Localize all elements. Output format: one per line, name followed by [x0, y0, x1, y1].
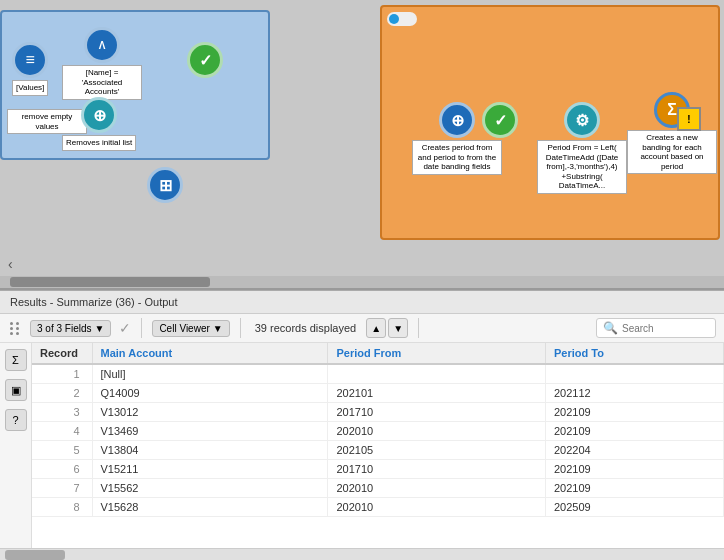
table-row[interactable]: 3 V13012 201710 202109: [32, 403, 724, 422]
results-title: Results - Summarize (36) - Output: [0, 290, 724, 314]
node-grid-bottom[interactable]: ⊞: [147, 167, 183, 203]
cell-period-from: 202010: [328, 498, 546, 517]
table-row[interactable]: 5 V13804 202105 202204: [32, 441, 724, 460]
node-sigma[interactable]: Σ Creates a new banding for each account…: [627, 92, 717, 174]
left-sidebar: Σ ▣ ?: [0, 343, 32, 548]
cell-period-from: 202105: [328, 441, 546, 460]
cell-period-to: 202109: [546, 422, 724, 441]
cell-period-from: [328, 364, 546, 384]
col-header-main-account[interactable]: Main Account: [92, 343, 328, 364]
col-header-period-to[interactable]: Period To: [546, 343, 724, 364]
table-header-row: Record Main Account Period From Period T…: [32, 343, 724, 364]
table-row[interactable]: 6 V15211 201710 202109: [32, 460, 724, 479]
table-row[interactable]: 4 V13469 202010 202109: [32, 422, 724, 441]
table-row[interactable]: 8 V15628 202010 202509: [32, 498, 724, 517]
cell-main-account: V13804: [92, 441, 328, 460]
cell-main-account: V15211: [92, 460, 328, 479]
cell-record: 3: [32, 403, 92, 422]
toolbar-divider-1: [141, 318, 142, 338]
cell-main-account: [Null]: [92, 364, 328, 384]
canvas-scrollbar[interactable]: [0, 276, 724, 288]
warning-node[interactable]: !: [677, 107, 701, 131]
node-gear[interactable]: ⚙ Period From = Left( DateTimeAdd ([Date…: [537, 102, 627, 194]
results-table-wrap: Record Main Account Period From Period T…: [32, 343, 724, 548]
cell-period-from: 201710: [328, 460, 546, 479]
bottom-scrollbar[interactable]: [0, 548, 724, 560]
bottom-scrollbar-thumb[interactable]: [5, 550, 65, 560]
cell-period-from: 202101: [328, 384, 546, 403]
cell-record: 6: [32, 460, 92, 479]
cell-sidebar-icon[interactable]: ▣: [5, 379, 27, 401]
col-header-period-from[interactable]: Period From: [328, 343, 546, 364]
cell-record: 5: [32, 441, 92, 460]
cell-record: 1: [32, 364, 92, 384]
toolbar-divider-2: [240, 318, 241, 338]
cell-period-to: 202109: [546, 460, 724, 479]
search-input[interactable]: [622, 323, 709, 334]
sort-down-button[interactable]: ▼: [388, 318, 408, 338]
cell-period-from: 202010: [328, 422, 546, 441]
cell-period-to: 202109: [546, 479, 724, 498]
results-toolbar: 3 of 3 Fields ▼ ✓ Cell Viewer ▼ 39 recor…: [0, 314, 724, 343]
toolbar-divider-3: [418, 318, 419, 338]
cell-main-account: Q14009: [92, 384, 328, 403]
help-sidebar-icon[interactable]: ?: [5, 409, 27, 431]
cell-record: 4: [32, 422, 92, 441]
node-values[interactable]: ≡ [Values]: [12, 42, 48, 96]
cell-period-to: 202112: [546, 384, 724, 403]
table-row[interactable]: 2 Q14009 202101 202112: [32, 384, 724, 403]
search-icon: 🔍: [603, 321, 618, 335]
cell-main-account: V13012: [92, 403, 328, 422]
search-box: 🔍: [596, 318, 716, 338]
sort-up-button[interactable]: ▲: [366, 318, 386, 338]
records-count: 39 records displayed: [255, 322, 357, 334]
orange-workflow-region: ⊕ Creates period from and period to from…: [380, 5, 720, 240]
table-row[interactable]: 7 V15562 202010 202109: [32, 479, 724, 498]
node-check2[interactable]: ✓: [482, 102, 518, 138]
fields-dropdown-icon: ▼: [94, 323, 104, 334]
results-panel: Results - Summarize (36) - Output 3 of 3…: [0, 290, 724, 560]
node-remove-list[interactable]: ⊕ Removes initial list: [62, 97, 136, 151]
cell-period-from: 202010: [328, 479, 546, 498]
node-check[interactable]: ✓: [187, 42, 223, 78]
cell-record: 7: [32, 479, 92, 498]
blue-workflow-region: ≡ [Values] Λ [Name] = 'Associated Accoun…: [0, 10, 270, 160]
cell-main-account: V13469: [92, 422, 328, 441]
cell-period-to: 202109: [546, 403, 724, 422]
cell-viewer-button[interactable]: Cell Viewer ▼: [152, 320, 229, 337]
cell-main-account: V15562: [92, 479, 328, 498]
node-assoc[interactable]: Λ [Name] = 'Associated Accounts': [62, 27, 142, 100]
sort-arrows: ▲ ▼: [366, 318, 408, 338]
table-row[interactable]: 1 [Null]: [32, 364, 724, 384]
toolbar-check-icon: ✓: [119, 320, 131, 336]
cell-period-to: 202509: [546, 498, 724, 517]
workflow-canvas: ≡ [Values] Λ [Name] = 'Associated Accoun…: [0, 0, 724, 290]
sigma-sidebar-icon[interactable]: Σ: [5, 349, 27, 371]
table-area: Σ ▣ ? Record Main Account Period From Pe…: [0, 343, 724, 548]
toolbar-handle: [8, 320, 22, 337]
results-table: Record Main Account Period From Period T…: [32, 343, 724, 517]
scroll-left-indicator: ‹: [8, 256, 13, 272]
cell-period-from: 201710: [328, 403, 546, 422]
fields-button[interactable]: 3 of 3 Fields ▼: [30, 320, 111, 337]
cell-main-account: V15628: [92, 498, 328, 517]
cell-viewer-dropdown-icon: ▼: [213, 323, 223, 334]
cell-period-to: 202204: [546, 441, 724, 460]
cell-record: 8: [32, 498, 92, 517]
col-header-record: Record: [32, 343, 92, 364]
cell-record: 2: [32, 384, 92, 403]
canvas-scrollbar-thumb[interactable]: [10, 277, 210, 287]
cell-period-to: [546, 364, 724, 384]
toggle-switch[interactable]: [387, 12, 417, 26]
